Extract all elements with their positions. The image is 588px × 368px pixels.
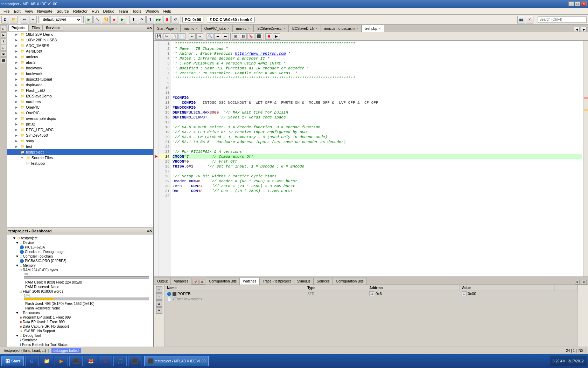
nav-icon-5[interactable]: ▣ (1, 51, 6, 57)
watches-close-button[interactable]: ✕ (581, 280, 587, 285)
project-dropdown[interactable]: default (active) (40, 16, 82, 23)
tab-watches[interactable]: Watches (240, 278, 260, 285)
maximize-button[interactable]: □ (575, 1, 580, 6)
watch-row-new[interactable]: 📄 <Enter new watch> (165, 297, 578, 302)
tab-sources[interactable]: Sources (314, 278, 333, 285)
nav-icon-2[interactable]: ▶ (1, 32, 6, 38)
tab-scroll-right[interactable]: ▶ (581, 27, 587, 32)
continue-button[interactable]: ▶▶ (155, 16, 162, 23)
tree-item-numbers[interactable]: ▶📁numbers (7, 99, 153, 104)
step-out-button[interactable]: ⬆ (146, 16, 154, 23)
tree-item-sourcefiles[interactable]: ▼📁Source Files (7, 155, 153, 161)
taskbar-adobe-button[interactable]: A (99, 356, 112, 366)
minimize-button[interactable]: ─ (568, 1, 574, 6)
search-input[interactable] (538, 16, 587, 23)
ed-save-button[interactable]: 💾 (155, 33, 162, 40)
tree-item-dspic33[interactable]: ▶📁dspic33-tutorial (7, 76, 153, 82)
taskbar-app7-button[interactable]: 🎵 (113, 356, 127, 366)
stop-button[interactable]: ■ (110, 16, 118, 23)
redo-button[interactable]: ↪ (29, 16, 37, 23)
tree-item-onepic2[interactable]: ▶📁OnePIC (7, 110, 153, 116)
menu-team[interactable]: Team (117, 8, 130, 14)
tree-item-simdev[interactable]: ▶📁SimDev4550 (7, 132, 153, 138)
tree-item-test[interactable]: ▶📁test (7, 144, 153, 149)
tab-start-page[interactable]: Start Page ✕ (154, 25, 181, 32)
val-expand-button[interactable]: □ (462, 291, 467, 296)
watches-options-button[interactable]: ≡ (575, 280, 580, 285)
tab-projects[interactable]: Projects (8, 25, 28, 31)
tab-onepic-lcd[interactable]: OnePIC_lcd.c ✕ (201, 25, 233, 32)
menu-navigate[interactable]: Navigate (35, 8, 54, 14)
dash-ram-label[interactable]: □RAM 224 (0xE0) bytes (8, 268, 152, 272)
var-close-button[interactable]: ✕ (200, 280, 205, 285)
snapshot-button[interactable]: 📷 (517, 16, 525, 23)
tab-main-c-1[interactable]: main.c ✕ (181, 25, 201, 32)
tab-i2cslave-drive[interactable]: I2CSlaveDrive.c ✕ (253, 25, 289, 32)
tab-output[interactable]: Output (154, 278, 171, 285)
build-button[interactable]: 🔨 (93, 16, 101, 23)
ed-debug-stop[interactable]: ⏹ (265, 33, 272, 40)
tree-item-dspic-adc[interactable]: ▶📁dspic-adc (7, 82, 153, 88)
watch-new-entry[interactable]: 📄 <Enter new watch> (165, 297, 555, 302)
nav-icon-1[interactable]: N (1, 26, 6, 32)
taskbar-app8-button[interactable]: ⬛ (128, 356, 141, 366)
dash-checksum[interactable]: 🔵Checksum: Debug Image (8, 250, 152, 254)
tree-item-bookwork1[interactable]: ▶📁bookwork (7, 65, 153, 71)
tab-trace[interactable]: Trace - testproject (259, 278, 294, 285)
tree-item-bookwork2[interactable]: ▶📁bookwork (7, 71, 153, 76)
dashboard-close-button[interactable]: ✕ (149, 229, 152, 233)
menu-tools[interactable]: Tools (130, 8, 144, 14)
dash-memory-folder[interactable]: ▼ □ Memory (8, 263, 152, 268)
tab-config-bits-1[interactable]: Configuration Bits (206, 278, 240, 285)
run-target-button[interactable]: ▶ (85, 16, 93, 23)
taskbar-ie-button[interactable]: e (25, 356, 38, 366)
nav-icon-4[interactable]: □ (1, 45, 6, 50)
watch-add-button[interactable]: + (156, 286, 162, 293)
menu-run[interactable]: Run (90, 8, 101, 14)
ed-bookmark[interactable]: 🔖 (247, 33, 254, 40)
dash-device-folder[interactable]: ▼ □ Device (8, 240, 152, 245)
menu-source[interactable]: Source (55, 8, 71, 14)
dash-compiler-folder[interactable]: ▼ □ Compiler Toolchain (8, 254, 152, 259)
tree-item-flashled[interactable]: ▶📁Flash_LED (7, 88, 153, 93)
nav-icon-3[interactable]: ⬆ (1, 39, 6, 44)
tree-item-atan2[interactable]: ▶📁atan2 (7, 60, 153, 65)
panel-close-button[interactable]: ✕ (149, 26, 152, 30)
taskbar-firefox-button[interactable]: 🦊 (84, 356, 97, 366)
ed-run[interactable]: ▶ (273, 33, 280, 40)
var-pin-button[interactable]: 📌 (192, 280, 199, 285)
menu-view[interactable]: View (23, 8, 35, 14)
tree-item-16bit28p[interactable]: ▶📁16bit 28P Demo (7, 32, 153, 37)
watch-up-button[interactable]: ▲ (156, 300, 162, 307)
ed-breakpoint[interactable]: ⬛ (255, 33, 262, 40)
nav-icon-6[interactable]: ⬛ (1, 57, 6, 63)
menu-debug[interactable]: Debug (101, 8, 116, 14)
dash-resources-folder[interactable]: ▼ □ Resources (8, 311, 152, 315)
dash-pbp3[interactable]: 🔵PICBASIC-PRO [C:\PBP3] (8, 259, 152, 263)
menu-window[interactable]: Window (143, 8, 161, 14)
plugin-button[interactable]: ✕ (526, 16, 533, 23)
watch-remove-button[interactable]: - (156, 293, 162, 300)
step-into-button[interactable]: ⬇ (130, 16, 137, 23)
tree-item-oversample[interactable]: ▶📁oversample dspic (7, 116, 153, 121)
ed-find-button[interactable]: 🔍 (206, 33, 214, 40)
dash-flash-label[interactable]: □Flash 2048 (0x800) words (8, 289, 152, 294)
tree-item-testproject[interactable]: ▼📁testproject (7, 149, 153, 155)
tab-main-c-2[interactable]: main.c ✕ (233, 25, 253, 32)
dash-refresh[interactable]: ℹPress Refresh for Tool Status (8, 342, 152, 347)
ed-undo-button[interactable]: ↩ (189, 33, 196, 40)
debug-button[interactable]: ▶ (119, 16, 126, 23)
ed-step-back[interactable]: ⬅ (214, 33, 221, 40)
tab-stimulus[interactable]: Stimulus (294, 278, 314, 285)
ed-step-fwd[interactable]: ➡ (222, 33, 229, 40)
close-button[interactable]: ✕ (581, 1, 587, 6)
tree-item-amicus[interactable]: ▶📁amicus (7, 54, 153, 60)
tab-amicus-asm[interactable]: amicus-no-osc.asm ✕ (321, 25, 362, 32)
start-button[interactable]: ⊞ Start (1, 356, 24, 366)
taskbar-app4-button[interactable]: ⬛ (69, 356, 83, 366)
ed-goto-decl[interactable]: ⊟ (240, 33, 247, 40)
dash-pic16f628a[interactable]: 🔵PIC16F628A (8, 245, 152, 250)
ed-format[interactable]: ⊞ (232, 33, 239, 40)
taskbar-explorer-button[interactable]: 📁 (40, 356, 53, 366)
dash-simulator[interactable]: ℹSimulator (8, 338, 152, 342)
